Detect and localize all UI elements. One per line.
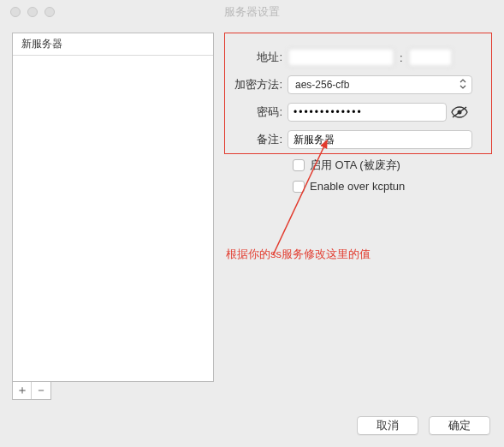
window-title: 服务器设置 <box>0 4 504 20</box>
form-panel: 地址: : 加密方法: aes-256-cfb <box>226 33 492 400</box>
address-colon: : <box>398 51 405 64</box>
close-icon[interactable] <box>10 7 21 17</box>
zoom-icon[interactable] <box>44 7 55 17</box>
server-listbox[interactable]: 新服务器 <box>12 33 214 382</box>
cancel-button[interactable]: 取消 <box>357 416 418 435</box>
encryption-label: 加密方法: <box>226 77 288 92</box>
titlebar: 服务器设置 <box>0 0 504 24</box>
password-label: 密码: <box>226 104 288 120</box>
port-input[interactable] <box>408 48 453 67</box>
minimize-icon[interactable] <box>27 7 38 17</box>
address-input[interactable] <box>288 48 394 67</box>
traffic-lights <box>10 7 55 17</box>
ok-button[interactable]: 确定 <box>429 416 490 435</box>
password-input[interactable] <box>288 103 447 122</box>
add-button[interactable]: ＋ <box>13 382 32 399</box>
kcptun-checkbox[interactable] <box>293 181 305 193</box>
remove-button[interactable]: － <box>32 382 50 399</box>
kcptun-label: Enable over kcptun <box>310 180 405 193</box>
server-list-panel: 新服务器 ＋ － <box>12 33 214 400</box>
list-header: 新服务器 <box>13 33 213 56</box>
encryption-select[interactable]: aes-256-cfb <box>288 75 472 94</box>
add-remove-bar: ＋ － <box>12 382 51 400</box>
eye-off-icon[interactable] <box>450 105 469 119</box>
footer-buttons: 取消 确定 <box>357 416 490 435</box>
ota-checkbox[interactable] <box>293 159 305 171</box>
chevron-updown-icon <box>460 79 466 91</box>
annotation-text: 根据你的ss服务修改这里的值 <box>226 247 397 262</box>
remark-input[interactable] <box>288 130 472 149</box>
encryption-value: aes-256-cfb <box>295 79 349 91</box>
address-label: 地址: <box>226 50 288 65</box>
ota-label: 启用 OTA (被废弃) <box>310 158 400 173</box>
remark-label: 备注: <box>226 132 288 147</box>
